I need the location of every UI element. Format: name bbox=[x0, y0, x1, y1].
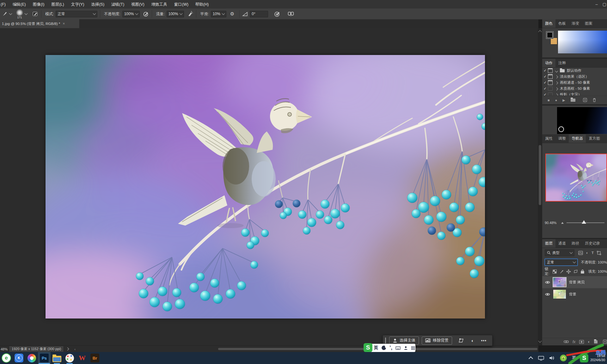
brush-tool-icon[interactable] bbox=[2, 11, 8, 17]
play-icon[interactable]: ▶ bbox=[562, 98, 565, 102]
layer-filter-select[interactable]: 类型 bbox=[545, 249, 574, 256]
size-pressure-icon[interactable] bbox=[274, 10, 281, 17]
remove-background-button[interactable]: 移除背景 bbox=[422, 337, 452, 345]
tab-notes[interactable]: 注释 bbox=[555, 59, 569, 67]
minimize-button[interactable]: – bbox=[591, 2, 602, 7]
more-options-icon[interactable]: ••• bbox=[481, 338, 487, 343]
action-dialog-icon[interactable] bbox=[548, 74, 553, 79]
visibility-eye-icon[interactable] bbox=[545, 293, 550, 296]
fill-value[interactable]: 100% bbox=[598, 270, 607, 273]
layer-row-background-copy[interactable]: 背景 拷贝 bbox=[542, 276, 607, 288]
transform-icon[interactable] bbox=[459, 338, 464, 343]
lock-all-icon[interactable] bbox=[581, 270, 584, 274]
brush-preset-picker[interactable]: 171 bbox=[16, 9, 23, 19]
taskbar-drag-handle[interactable] bbox=[385, 337, 386, 343]
lock-transparency-icon[interactable] bbox=[553, 270, 557, 274]
layer-name[interactable]: 背景 拷贝 bbox=[569, 280, 585, 285]
lock-artboard-icon[interactable] bbox=[573, 270, 578, 273]
lock-paint-brush-icon[interactable] bbox=[560, 270, 564, 274]
tab-paths[interactable]: 路径 bbox=[569, 239, 582, 248]
menu-edit[interactable]: 编辑(E) bbox=[9, 0, 29, 9]
document-tab[interactable]: 1.jpg @ 90.5% (背景 拷贝, RGB/8) * × bbox=[0, 19, 80, 28]
action-row-wood-frame[interactable]: ✓ 木质画框 - 50 像素 bbox=[542, 86, 607, 92]
hscroll-left-arrow-icon[interactable]: ‹ bbox=[74, 347, 76, 351]
lock-move-icon[interactable] bbox=[567, 270, 571, 274]
taskbar-app-paint[interactable] bbox=[63, 352, 76, 364]
filter-type-layers-icon[interactable]: T bbox=[592, 251, 594, 255]
zoom-out-icon[interactable] bbox=[561, 222, 564, 224]
tab-layers[interactable]: 图层 bbox=[542, 239, 555, 248]
new-group-icon[interactable] bbox=[594, 340, 598, 343]
tray-expand-chevron-icon[interactable] bbox=[529, 356, 533, 361]
action-dialog-icon[interactable] bbox=[548, 80, 553, 85]
brush-preset-chevron-icon[interactable] bbox=[25, 12, 28, 15]
document-tab-close-icon[interactable]: × bbox=[63, 21, 65, 26]
vertical-scrollbar[interactable] bbox=[538, 28, 542, 345]
taskbar-app-photoshop[interactable]: Ps bbox=[38, 352, 51, 364]
brush-settings-panel-icon[interactable] bbox=[32, 11, 39, 17]
brush-angle-field[interactable]: 0° bbox=[250, 11, 268, 17]
opacity-field[interactable]: 100% bbox=[122, 11, 140, 17]
speaker-icon[interactable] bbox=[549, 356, 555, 360]
layer-effects-fx-icon[interactable]: fx bbox=[573, 340, 575, 344]
user-icon[interactable] bbox=[404, 346, 408, 350]
delete-trash-icon[interactable] bbox=[592, 98, 596, 103]
sogou-s-icon[interactable]: S bbox=[580, 354, 588, 362]
blend-mode-select[interactable]: 正常 bbox=[545, 259, 578, 266]
taskbar-app-file-explorer[interactable] bbox=[51, 352, 63, 364]
menu-type[interactable]: 文字(Y) bbox=[68, 0, 88, 9]
tab-adjustments[interactable]: 调整 bbox=[555, 134, 569, 143]
gradient-handle-icon[interactable] bbox=[558, 126, 564, 132]
tab-gradients[interactable]: 渐变 bbox=[569, 19, 582, 28]
filter-shape-layers-icon[interactable] bbox=[597, 251, 601, 255]
menu-file[interactable]: (F) bbox=[0, 0, 9, 9]
keyboard-icon[interactable] bbox=[395, 346, 401, 350]
adjustment-layer-icon[interactable]: ◐ bbox=[588, 339, 590, 344]
action-dialog-icon[interactable] bbox=[548, 68, 553, 73]
symmetry-butterfly-icon[interactable] bbox=[287, 11, 295, 17]
taskbar-app-k[interactable]: K bbox=[13, 352, 25, 364]
visibility-eye-icon[interactable] bbox=[545, 281, 550, 284]
add-mask-icon[interactable] bbox=[579, 340, 584, 344]
navigator-zoom-slider[interactable] bbox=[567, 222, 604, 223]
action-row-drop-shadow[interactable]: ✓ 投影（文字） bbox=[542, 92, 607, 95]
taskbar-app-colorwheel-browser[interactable] bbox=[25, 352, 38, 364]
new-action-icon[interactable] bbox=[583, 98, 587, 103]
toolbox-grid-icon[interactable] bbox=[411, 346, 415, 350]
tab-swatches[interactable]: 色板 bbox=[555, 19, 569, 28]
tab-history[interactable]: 历史记录 bbox=[582, 239, 603, 248]
layer-opacity-value[interactable]: 100% bbox=[598, 260, 607, 264]
tab-actions[interactable]: 动作 bbox=[542, 59, 555, 67]
zoom-slider-thumb[interactable] bbox=[582, 220, 586, 224]
smoothing-options-gear-icon[interactable]: ⚙ bbox=[230, 11, 234, 17]
tab-histogram[interactable]: 直方图 bbox=[586, 134, 603, 143]
select-subject-button[interactable]: 选择主体 bbox=[389, 337, 419, 345]
taskbar-app-browser360[interactable]: e bbox=[0, 352, 13, 364]
taskbar-clock[interactable]: 鸟网 19:58 2024/6/30 bbox=[590, 354, 605, 362]
layer-name[interactable]: 背景 bbox=[569, 292, 576, 297]
action-dialog-icon[interactable] bbox=[548, 93, 553, 95]
menu-select[interactable]: 选择(S) bbox=[88, 0, 108, 9]
record-icon[interactable]: ● bbox=[555, 98, 557, 102]
display-cast-icon[interactable] bbox=[538, 356, 544, 361]
status-expand-icon[interactable] bbox=[66, 348, 69, 351]
punctuation-icon[interactable]: ’, bbox=[389, 345, 392, 351]
menu-window[interactable]: 窗口(W) bbox=[171, 0, 192, 9]
taskbar-app-wps[interactable]: W bbox=[76, 352, 89, 364]
opacity-pressure-icon[interactable] bbox=[143, 11, 149, 17]
ime-logo-icon[interactable]: S bbox=[364, 343, 372, 352]
action-row-frame-channel[interactable]: ✓ 画框通道 - 50 像素 bbox=[542, 80, 607, 86]
action-check-icon[interactable]: ✓ bbox=[542, 69, 548, 73]
action-check-icon[interactable]: ✓ bbox=[542, 75, 548, 79]
airbrush-icon[interactable] bbox=[187, 11, 193, 17]
menu-plugins[interactable]: 增效工具 bbox=[148, 0, 171, 9]
action-dialog-icon[interactable] bbox=[548, 87, 553, 91]
tab-patterns[interactable]: 图案 bbox=[582, 19, 595, 28]
link-layers-icon[interactable] bbox=[564, 340, 569, 343]
vertical-scrollbar-thumb[interactable] bbox=[539, 145, 541, 205]
moon-icon[interactable] bbox=[382, 346, 386, 350]
gradient-preview-box[interactable] bbox=[557, 107, 607, 134]
action-row-default-set[interactable]: ✓ 默认动作 bbox=[542, 68, 607, 74]
filter-adjustment-layers-icon[interactable]: ◐ bbox=[586, 251, 588, 255]
tab-navigator[interactable]: 导航器 bbox=[569, 134, 586, 143]
